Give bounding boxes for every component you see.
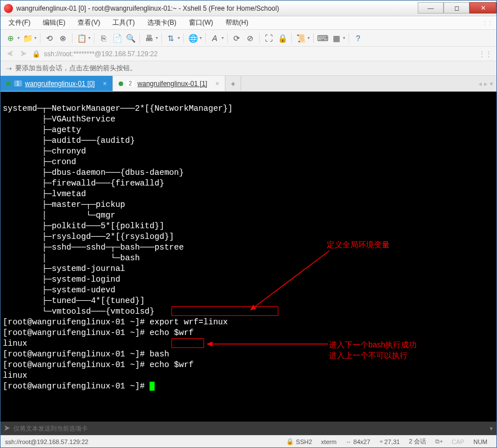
reconnect-icon[interactable]: ⟲ — [44, 33, 55, 44]
term-line: [root@wangruifenglinux-01 ~]# export wrf… — [3, 318, 228, 327]
tab-session-2[interactable]: 2 wangruifenglinux-01 [1] × — [113, 76, 225, 91]
close-button[interactable]: ✕ — [469, 2, 496, 13]
tab-label: wangruifenglinux-01 [1] — [138, 80, 207, 88]
minimize-button[interactable]: — — [418, 2, 444, 13]
dropdown-icon[interactable]: ▾ — [222, 35, 224, 40]
term-line: ├─systemd-logind — [3, 275, 120, 284]
window-buttons: — ◻ ✕ — [418, 3, 496, 13]
open-folder-icon[interactable]: 📁 — [22, 33, 33, 44]
toolbar: ⊕▾ 📁▾ ⟲ ⊗ 📋▾ ⎘ 📄 🔍 🖶▾ ⇅▾ 🌐▾ A▾ ⟳ ⊘ ⛶ 🔒 📜… — [1, 30, 496, 47]
size-icon: ↔ — [346, 438, 352, 445]
menu-edit[interactable]: 编辑(E) — [40, 17, 67, 29]
dropdown-icon[interactable]: ▾ — [440, 439, 442, 444]
app-icon — [4, 4, 13, 13]
status-cap: CAP — [447, 438, 469, 445]
add-session-icon[interactable]: ⇢ — [6, 65, 12, 73]
tab-close-icon[interactable]: × — [103, 80, 107, 88]
add-tab-button[interactable]: + — [225, 76, 241, 91]
status-ssh: SSH2 — [296, 438, 312, 445]
forward-icon[interactable]: ⮞ — [19, 49, 29, 59]
annotation: 进入上一个不可以执行 — [329, 350, 408, 361]
keyboard-icon[interactable]: ⌨ — [317, 33, 328, 44]
send-icon[interactable]: ⮞ — [4, 425, 10, 432]
separator — [291, 33, 292, 43]
tab-nav: ◂ ▸ ▾ — [475, 76, 496, 91]
help-icon[interactable]: ? — [353, 33, 364, 44]
dropdown-icon[interactable]: ▾ — [88, 35, 91, 40]
term-line: linux — [3, 339, 28, 348]
back-icon[interactable]: ⮜ — [5, 49, 15, 59]
fullscreen-icon[interactable]: ⛶ — [263, 33, 274, 44]
dropdown-icon[interactable]: ▾ — [34, 35, 37, 40]
new-session-icon[interactable]: ⊕ — [5, 33, 16, 44]
term-line: ├─tuned───4*[{tuned}] — [3, 296, 144, 305]
stop-icon[interactable]: ⊘ — [245, 33, 256, 44]
cursor — [150, 382, 155, 391]
highlight-box — [171, 338, 204, 348]
send-input[interactable] — [13, 425, 486, 432]
disconnect-icon[interactable]: ⊗ — [57, 33, 69, 44]
menubar-grip-icon: ⋮⋮ — [482, 20, 493, 26]
menu-window[interactable]: 窗口(W) — [187, 17, 215, 29]
refresh-icon[interactable]: ⟳ — [231, 33, 242, 44]
separator — [349, 33, 349, 43]
term-line: ├─dbus-daemon───{dbus-daemon} — [3, 168, 184, 177]
term-line: [root@wangruifenglinux-01 ~]# echo $wrf — [3, 328, 193, 337]
tab-number: 2 — [126, 80, 134, 87]
layout-icon[interactable]: ▦ — [331, 33, 342, 44]
term-line: [root@wangruifenglinux-01 ~]# bash — [3, 350, 169, 359]
term-line: ├─rsyslogd───2*[{rsyslogd}] — [3, 232, 174, 241]
term-line: ├─auditd───{auditd} — [3, 136, 135, 145]
maximize-button[interactable]: ◻ — [444, 2, 469, 13]
term-line: ├─sshd───sshd─┬─bash───pstree — [3, 243, 184, 252]
dropdown-icon[interactable]: ▾ — [343, 35, 345, 40]
send-options-icon[interactable]: ▾ — [490, 425, 493, 432]
menu-tools[interactable]: 工具(T) — [110, 17, 137, 29]
tab-prev-icon[interactable]: ◂ — [478, 80, 482, 88]
term-line: ├─chronyd — [3, 147, 86, 156]
menu-view[interactable]: 查看(V) — [75, 17, 102, 29]
separator — [94, 33, 94, 43]
dropdown-icon[interactable]: ▾ — [156, 35, 158, 40]
svg-line-0 — [251, 251, 329, 310]
status-dot-icon — [6, 82, 11, 86]
highlight-box — [171, 306, 278, 316]
term-line: ├─polkitd───5*[{polkitd}] — [3, 221, 164, 230]
lock-icon: 🔒 — [32, 50, 40, 58]
paste-icon[interactable]: 📄 — [111, 33, 123, 44]
separator — [161, 33, 162, 43]
tab-label: wangruifenglinux-01 [0] — [25, 80, 95, 88]
titlebar: wangruifenglinux-01 [0] - root@wangruife… — [1, 1, 496, 16]
menu-tabs[interactable]: 选项卡(B) — [145, 17, 179, 29]
tab-number: 1 — [14, 80, 22, 87]
dropdown-icon[interactable]: ▾ — [200, 35, 202, 40]
script-icon[interactable]: 📜 — [295, 33, 306, 44]
properties-icon[interactable]: 📋 — [76, 33, 87, 44]
status-pos: 27,31 — [385, 438, 400, 445]
tab-next-icon[interactable]: ▸ — [484, 80, 487, 88]
tab-list-icon[interactable]: ▾ — [490, 80, 493, 88]
dropdown-icon[interactable]: ▾ — [308, 35, 310, 40]
print-icon[interactable]: 🖶 — [143, 33, 155, 44]
copy-icon[interactable]: ⎘ — [98, 33, 109, 44]
separator — [139, 33, 140, 43]
tab-close-icon[interactable]: × — [215, 80, 219, 88]
menu-help[interactable]: 帮助(H) — [223, 17, 251, 29]
menu-file[interactable]: 文件(F) — [6, 17, 33, 29]
transfer-icon[interactable]: ⇅ — [165, 33, 177, 44]
annotation: 定义全局环境变量 — [327, 239, 390, 250]
terminal[interactable]: systemd─┬─NetworkManager───2*[{NetworkMa… — [1, 92, 496, 422]
find-icon[interactable]: 🔍 — [125, 33, 136, 44]
lock-icon[interactable]: 🔒 — [277, 33, 288, 44]
font-icon[interactable]: A — [209, 33, 220, 44]
separator — [40, 33, 40, 43]
term-line: [root@wangruifenglinux-01 ~]# echo $wrf — [3, 360, 193, 369]
term-line: │ └─bash — [3, 254, 140, 263]
dropdown-icon[interactable]: ▾ — [17, 35, 20, 40]
arrow-icon — [203, 340, 332, 348]
term-line: ├─agetty — [3, 125, 81, 134]
tab-session-1[interactable]: 1 wangruifenglinux-01 [0] × — [1, 76, 113, 91]
dropdown-icon[interactable]: ▾ — [178, 35, 180, 40]
globe-icon[interactable]: 🌐 — [187, 33, 198, 44]
address-url[interactable]: ssh://root:********@192.168.57.129:22 — [44, 50, 475, 58]
